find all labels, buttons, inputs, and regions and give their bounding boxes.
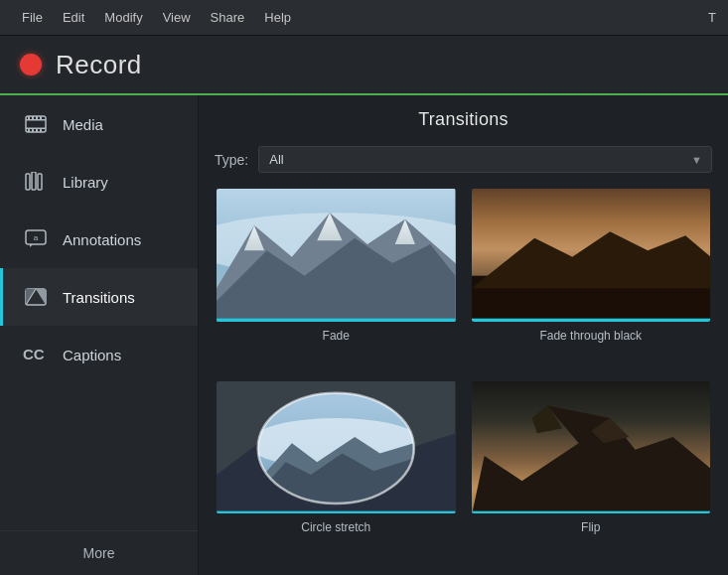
svg-rect-6 — [40, 116, 42, 119]
svg-rect-9 — [36, 129, 38, 132]
transition-icon — [23, 284, 49, 310]
menu-view[interactable]: View — [153, 6, 201, 29]
menu-edit[interactable]: Edit — [53, 6, 94, 29]
menu-modify[interactable]: Modify — [94, 6, 152, 29]
transition-name-fade-through-black: Fade through black — [539, 329, 642, 343]
type-filter-label: Type: — [215, 152, 248, 168]
svg-rect-13 — [38, 174, 42, 190]
menu-help[interactable]: Help — [254, 6, 301, 29]
transition-item-circle-stretch[interactable]: Circle stretch — [215, 379, 458, 560]
sidebar-item-media[interactable]: Media — [0, 95, 198, 153]
sidebar-more-button[interactable]: More — [0, 530, 198, 575]
content-area: Transitions Type: All Dissolve Wipe Zoom… — [199, 95, 728, 575]
transition-thumb-fade-through-black — [470, 187, 713, 324]
record-header: Record — [0, 36, 728, 95]
record-title: Record — [56, 50, 142, 80]
svg-rect-4 — [32, 116, 34, 119]
sidebar-item-annotations[interactable]: a Annotations — [0, 211, 198, 268]
menu-bar: File Edit Modify View Share Help T — [0, 0, 728, 36]
annotation-icon: a — [23, 226, 49, 252]
svg-rect-11 — [26, 174, 30, 190]
transition-thumb-fade — [215, 187, 458, 324]
type-filter: Type: All Dissolve Wipe Zoom Blur — [199, 140, 728, 183]
sidebar-label-media: Media — [63, 116, 103, 133]
transition-thumb-circle-stretch — [215, 379, 458, 516]
menu-file[interactable]: File — [12, 6, 53, 29]
main-layout: Media Library a Ann — [0, 95, 728, 575]
transition-name-fade: Fade — [323, 329, 350, 343]
content-title: Transitions — [199, 95, 728, 140]
sidebar-label-library: Library — [63, 174, 108, 191]
type-select-wrapper: All Dissolve Wipe Zoom Blur — [258, 146, 712, 173]
record-button-dot[interactable] — [20, 54, 42, 75]
svg-rect-7 — [28, 129, 30, 132]
svg-rect-2 — [26, 128, 46, 130]
sidebar-item-captions[interactable]: CC Captions — [0, 326, 198, 383]
svg-rect-43 — [217, 510, 456, 513]
transition-item-fade-through-black[interactable]: Fade through black — [470, 187, 713, 367]
menu-right-label: T — [708, 10, 716, 25]
type-select[interactable]: All Dissolve Wipe Zoom Blur — [258, 146, 712, 173]
transition-name-circle-stretch: Circle stretch — [301, 520, 370, 534]
svg-marker-18 — [36, 289, 46, 305]
cc-icon: CC — [23, 342, 49, 367]
svg-text:a: a — [34, 233, 39, 242]
film-icon — [23, 111, 49, 137]
svg-text:CC: CC — [23, 346, 45, 362]
sidebar-item-transitions[interactable]: Transitions — [0, 268, 198, 326]
books-icon — [23, 169, 49, 195]
svg-rect-32 — [472, 288, 711, 321]
sidebar-item-library[interactable]: Library — [0, 153, 198, 211]
svg-rect-33 — [472, 319, 711, 322]
sidebar-label-annotations: Annotations — [63, 231, 141, 248]
svg-rect-28 — [217, 319, 456, 322]
svg-rect-8 — [32, 129, 34, 132]
transitions-grid: Fade — [199, 183, 728, 575]
svg-rect-1 — [26, 119, 46, 121]
sidebar-label-captions: Captions — [63, 347, 121, 363]
svg-rect-10 — [40, 129, 42, 132]
sidebar: Media Library a Ann — [0, 95, 199, 575]
transition-item-flip[interactable]: Flip — [470, 379, 713, 560]
menu-share[interactable]: Share — [201, 6, 255, 29]
svg-rect-48 — [472, 510, 711, 513]
transition-thumb-flip — [470, 379, 713, 516]
svg-rect-12 — [32, 172, 36, 190]
sidebar-label-transitions: Transitions — [63, 289, 135, 306]
svg-rect-5 — [36, 116, 38, 119]
svg-rect-3 — [28, 116, 30, 119]
transition-name-flip: Flip — [581, 520, 600, 534]
transition-item-fade[interactable]: Fade — [215, 187, 458, 367]
